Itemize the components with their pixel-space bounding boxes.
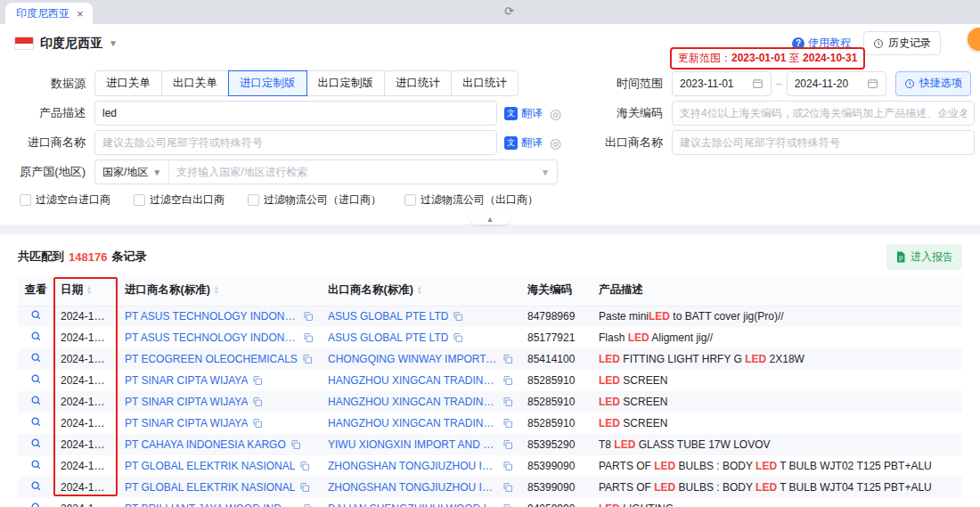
history-button[interactable]: 历史记录 xyxy=(863,31,941,55)
exporter-link[interactable]: CHONGQING WINWAY IMPORT AND E... xyxy=(328,353,498,365)
view-detail-icon[interactable] xyxy=(30,437,42,449)
importer-link[interactable]: PT ASUS TECHNOLOGY INDONESIA BA... xyxy=(125,331,298,344)
copy-icon[interactable] xyxy=(252,418,263,429)
copy-icon[interactable] xyxy=(303,503,314,507)
importer-link[interactable]: PT GLOBAL ELEKTRIK NASIONAL xyxy=(125,460,295,472)
copy-icon[interactable] xyxy=(299,482,310,493)
copy-icon[interactable] xyxy=(502,503,513,507)
view-detail-icon[interactable] xyxy=(30,331,42,342)
collapse-filters-button[interactable]: ▲ xyxy=(470,213,510,225)
view-detail-icon[interactable] xyxy=(30,416,42,428)
copy-icon[interactable] xyxy=(502,375,513,386)
copy-icon[interactable] xyxy=(453,311,463,322)
checkbox-logistics-exporter[interactable]: 过滤物流公司（出口商） xyxy=(404,192,538,208)
col-date[interactable]: 日期▲▼ xyxy=(53,275,118,306)
translate-button[interactable]: 文 翻译 xyxy=(504,106,543,121)
view-detail-icon[interactable] xyxy=(30,373,42,385)
importer-link[interactable]: PT ECOGREEN OLEOCHEMICALS xyxy=(125,353,298,365)
view-detail-icon[interactable] xyxy=(30,480,42,492)
copy-icon[interactable] xyxy=(502,418,513,429)
tab-export-declaration[interactable]: 出口关单 xyxy=(161,70,229,96)
col-exporter[interactable]: 出口商名称(标准)▲▼ xyxy=(321,275,520,306)
tab-import-custom[interactable]: 进口定制版 xyxy=(228,70,307,96)
date-to-input[interactable]: 2024-11-20 xyxy=(787,71,886,96)
importer-link[interactable]: PT ASUS TECHNOLOGY INDONESIA BA... xyxy=(125,310,298,323)
copy-icon[interactable] xyxy=(502,439,513,450)
tab-export-custom[interactable]: 出口定制版 xyxy=(306,70,386,96)
copy-icon[interactable] xyxy=(303,311,314,322)
tab-import-stats[interactable]: 进口统计 xyxy=(384,70,452,96)
importer-link[interactable]: PT BRILLIANT JAYA WOOD INDUSTRY xyxy=(125,503,298,507)
sort-icon[interactable]: ▲▼ xyxy=(86,286,92,295)
exporter-link[interactable]: ASUS GLOBAL PTE LTD xyxy=(328,310,448,323)
results-panel: 共匹配到 148176 条记录 进入报告 查看 日期▲▼ 进口商名称(标准)▲▼… xyxy=(0,234,980,507)
exporter-link[interactable]: ZHONGSHAN TONGJIUZHOU INTERNA... xyxy=(328,460,498,472)
tab-import-declaration[interactable]: 进口关单 xyxy=(94,70,162,96)
sort-icon[interactable]: ▲▼ xyxy=(214,286,219,295)
copy-icon[interactable] xyxy=(290,439,301,450)
exporter-link[interactable]: YIWU XIONGXIN IMPORT AND EXPORT... xyxy=(328,438,498,451)
quick-options-button[interactable]: 快捷选项 xyxy=(895,71,971,96)
view-detail-icon[interactable] xyxy=(30,502,42,507)
exporter-link[interactable]: HANGZHOU XINGCAN TRADING CO LTD xyxy=(328,374,498,387)
importer-input[interactable] xyxy=(94,130,497,155)
importer-link[interactable]: PT SINAR CIPTA WIJAYA xyxy=(125,374,248,387)
exporter-link[interactable]: HANGZHOU XINGCAN TRADING CO LTD xyxy=(328,396,498,408)
copy-icon[interactable] xyxy=(453,332,463,343)
page-tab[interactable]: 印度尼西亚 × xyxy=(5,3,93,24)
copy-icon[interactable] xyxy=(502,482,513,493)
origin-country-picker: 国家/地区 ▼ ▼ xyxy=(94,159,558,184)
view-detail-icon[interactable] xyxy=(30,395,42,406)
checkbox-logistics-importer[interactable]: 过滤物流公司（进口商） xyxy=(248,192,381,208)
copy-icon[interactable] xyxy=(502,354,513,364)
checkbox-blank-importer[interactable]: 过滤空白进口商 xyxy=(20,192,110,208)
enter-report-button[interactable]: 进入报告 xyxy=(886,244,962,270)
importer-link[interactable]: PT SINAR CIPTA WIJAYA xyxy=(125,396,248,408)
hs-code-input[interactable] xyxy=(672,101,975,126)
refresh-icon[interactable]: ⟳ xyxy=(504,4,514,18)
exporter-link[interactable]: HANGZHOU XINGCAN TRADING CO LTD xyxy=(328,417,498,429)
tab-close-icon[interactable]: × xyxy=(77,7,84,20)
copy-icon[interactable] xyxy=(252,397,263,407)
origin-country-input[interactable] xyxy=(169,160,541,184)
row-date: 2024-10-31 xyxy=(53,306,118,327)
view-detail-icon[interactable] xyxy=(30,459,42,470)
checkbox-blank-exporter[interactable]: 过滤空白出口商 xyxy=(134,192,225,208)
view-detail-icon[interactable] xyxy=(30,309,42,321)
filter-area: 数据源 进口关单 出口关单 进口定制版 出口定制版 进口统计 出口统计 时间范围… xyxy=(0,61,980,209)
exact-match-toggle-icon[interactable]: ◎ xyxy=(550,107,561,120)
row-date: 2024-10-31 xyxy=(53,370,118,391)
view-detail-icon[interactable] xyxy=(30,352,42,364)
exporter-link[interactable]: ASUS GLOBAL PTE LTD xyxy=(328,331,448,344)
copy-icon[interactable] xyxy=(252,375,263,386)
table-row: 2024-10-31 PT CAHAYA INDONESIA KARGO YIW… xyxy=(18,434,962,455)
copy-icon[interactable] xyxy=(502,397,513,407)
importer-link[interactable]: PT GLOBAL ELEKTRIK NASIONAL xyxy=(125,481,295,494)
chevron-down-icon[interactable]: ▼ xyxy=(109,38,118,48)
hs-code-cell: 85399090 xyxy=(520,477,592,498)
importer-link[interactable]: PT SINAR CIPTA WIJAYA xyxy=(125,417,248,429)
exporter-link[interactable]: DALIAN SHENGZHIHUI WOOD INDUST... xyxy=(328,503,498,507)
origin-country-select[interactable]: 国家/地区 ▼ xyxy=(95,160,169,184)
exporter-link[interactable]: ZHONGSHAN TONGJIUZHOU INTERNA... xyxy=(328,481,498,494)
col-hs-code: 海关编码 xyxy=(520,275,592,306)
exporter-input[interactable] xyxy=(672,130,975,155)
product-desc-input[interactable] xyxy=(94,101,497,126)
copy-icon[interactable] xyxy=(302,354,313,364)
copy-icon[interactable] xyxy=(299,461,310,471)
date-from-input[interactable]: 2023-11-01 xyxy=(672,71,772,96)
product-desc-label: 产品描述 xyxy=(14,105,86,121)
table-header-row: 查看 日期▲▼ 进口商名称(标准)▲▼ 出口商名称(标准)▲▼ 海关编码 产品描… xyxy=(18,275,962,306)
translate-icon: 文 xyxy=(504,107,518,120)
sort-icon[interactable]: ▲▼ xyxy=(417,286,422,295)
copy-icon[interactable] xyxy=(303,332,314,343)
chevron-down-icon[interactable]: ▼ xyxy=(541,168,557,177)
row-date: 2024-10-31 xyxy=(53,455,118,477)
col-importer[interactable]: 进口商名称(标准)▲▼ xyxy=(118,275,321,306)
translate-button[interactable]: 文 翻译 xyxy=(504,135,543,151)
exact-match-toggle-icon[interactable]: ◎ xyxy=(550,136,561,150)
tab-export-stats[interactable]: 出口统计 xyxy=(451,70,519,96)
results-summary: 共匹配到 148176 条记录 进入报告 xyxy=(18,243,962,270)
importer-link[interactable]: PT CAHAYA INDONESIA KARGO xyxy=(125,438,286,451)
copy-icon[interactable] xyxy=(502,461,513,471)
